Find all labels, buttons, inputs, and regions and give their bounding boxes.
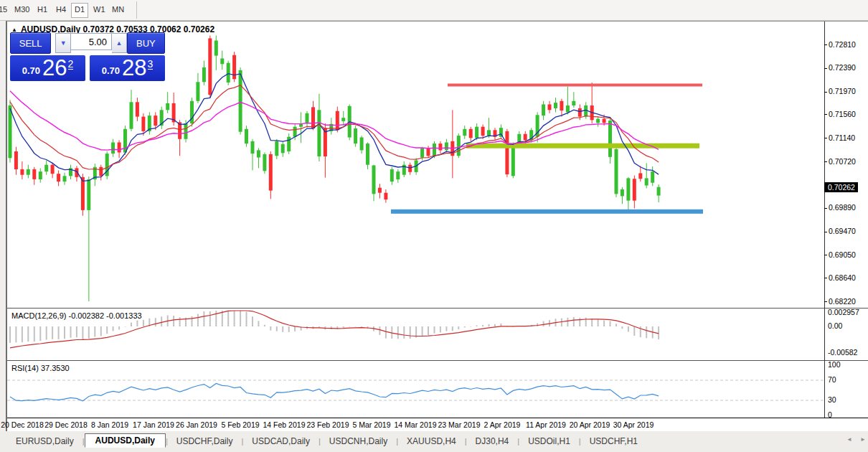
timeframe-button-w1[interactable]: W1 [90, 3, 108, 17]
chart-window[interactable]: ▲AUDUSD,Daily 0.70372 0.70533 0.70062 0.… [6, 21, 868, 432]
tab-item-usdcnh-daily[interactable]: USDCNH,Daily [321, 435, 396, 448]
tab-item-dj30-h4[interactable]: DJ30,H4 [467, 435, 518, 448]
date-axis-label: 23 Feb 2019 [307, 420, 349, 429]
date-axis-label: 26 Jan 2019 [176, 420, 217, 429]
rsi-axis-label: 30 [828, 395, 836, 404]
volume-up-icon[interactable]: ▲ [112, 33, 127, 53]
tab-item-audusd-daily[interactable]: AUDUSD,Daily [85, 433, 166, 448]
rsi-axis-label: 70 [828, 375, 836, 384]
timeframe-button-h1[interactable]: H1 [34, 3, 50, 17]
one-click-trading-panel: SELL ▼ ▲ BUY 0.70 26 2 0.70 28 3 [10, 32, 165, 81]
price-axis-label: 0.71970 [829, 87, 856, 95]
price-axis-tick [824, 138, 827, 138]
rsi-canvas[interactable] [7, 362, 824, 418]
date-axis-label: 29 Dec 2018 [44, 420, 88, 429]
timeframe-toolbar: 15M30H1H4D1W1MN [0, 0, 868, 21]
tab-item-xauusd-h4[interactable]: XAUUSD,H4 [398, 435, 465, 448]
sell-price-big: 26 [42, 57, 67, 79]
price-axis-tick [824, 278, 827, 278]
tab-scroll-left-icon[interactable]: ◄ [846, 436, 852, 443]
mt4-window: 15M30H1H4D1W1MN ▲AUDUSD,Daily 0.70372 0.… [0, 0, 868, 452]
price-axis-label: 0.69890 [829, 203, 856, 212]
timeframe-button-mn[interactable]: MN [109, 3, 127, 17]
date-axis-label: 30 Apr 2019 [613, 420, 654, 429]
sell-price-sup: 2 [68, 59, 74, 70]
date-axis-label: 17 Jan 2019 [133, 420, 174, 429]
price-axis-tick [824, 232, 827, 232]
rsi-label: RSI(14) 37.3530 [11, 364, 70, 372]
macd-axis-label: 0.002957 [828, 308, 859, 316]
price-axis-tick [824, 301, 827, 302]
price-axis-label: 0.69050 [829, 250, 856, 259]
date-axis-label: 2 Apr 2019 [484, 420, 521, 429]
tab-bar: EURUSD,Daily|AUDUSD,Daily|USDCHF,Daily|U… [7, 433, 646, 449]
price-axis-tick [824, 92, 827, 93]
tab-scroll-right-icon[interactable]: ► [860, 436, 866, 443]
pane-divider [7, 360, 868, 361]
price-axis-label: 0.68640 [829, 273, 856, 282]
toolbar-separator [136, 1, 137, 19]
price-axis-divider [824, 22, 825, 418]
sell-price-prefix: 0.70 [22, 65, 40, 76]
price-axis-label: 0.68220 [829, 297, 856, 306]
price-axis-label: 0.72390 [829, 63, 856, 72]
timeframe-button-h4[interactable]: H4 [53, 3, 69, 17]
buy-price-sup: 3 [148, 59, 154, 70]
price-axis-label: 0.72810 [829, 40, 856, 49]
date-axis-label: 5 Feb 2019 [221, 420, 259, 429]
price-axis-tick [824, 68, 827, 69]
sell-price-button[interactable]: 0.70 26 2 [10, 55, 85, 81]
timeframe-button-m30[interactable]: M30 [11, 3, 32, 17]
price-axis-label: 0.71560 [829, 110, 856, 118]
price-axis-label: 0.71140 [829, 133, 855, 142]
sell-button[interactable]: SELL [10, 32, 51, 54]
volume-dropdown-icon[interactable]: ▼ [55, 33, 71, 53]
macd-axis-label: -0.00582 [828, 348, 857, 357]
price-axis-tick [824, 114, 827, 115]
date-axis-label: 23 Mar 2019 [438, 420, 481, 429]
date-axis-label: 8 Jan 2019 [91, 420, 128, 429]
macd-label: MACD(12,26,9) -0.002382 -0.001333 [11, 311, 142, 320]
volume-input[interactable] [71, 33, 112, 50]
date-axis-label: 11 Apr 2019 [526, 420, 566, 429]
buy-button[interactable]: BUY [127, 32, 165, 54]
date-axis-label: 20 Apr 2019 [570, 420, 610, 429]
price-axis-tick [824, 44, 827, 45]
chart-tab-strip: EURUSD,Daily|AUDUSD,Daily|USDCHF,Daily|U… [0, 431, 868, 452]
price-axis-tick [824, 208, 827, 209]
date-axis-label: 20 Dec 2018 [1, 420, 44, 429]
date-axis-label: 14 Mar 2019 [395, 420, 437, 429]
price-axis-label: 0.69470 [829, 227, 856, 235]
timeframe-button-15[interactable]: 15 [0, 3, 10, 17]
timeframe-button-d1[interactable]: D1 [71, 3, 88, 18]
date-axis-label: 5 Mar 2019 [352, 420, 390, 429]
buy-price-button[interactable]: 0.70 28 3 [90, 55, 165, 81]
current-price-tag: 0.70262 [824, 182, 858, 192]
pane-divider [7, 308, 868, 309]
price-axis-label: 0.70720 [829, 157, 856, 166]
buy-price-prefix: 0.70 [102, 65, 120, 76]
tab-item-usdoil-h1[interactable]: USDOil,H1 [519, 435, 579, 448]
rsi-axis-label: 100 [828, 360, 841, 369]
price-axis-tick [824, 161, 827, 162]
axis-top-border [7, 418, 868, 418]
tab-item-eurusd-daily[interactable]: EURUSD,Daily [7, 435, 82, 448]
buy-price-big: 28 [122, 57, 146, 79]
macd-axis-label: 0.00 [828, 321, 842, 330]
tab-item-usdchf-daily[interactable]: USDCHF,Daily [168, 435, 242, 448]
tab-item-usdchf-h1[interactable]: USDCHF,H1 [581, 435, 646, 448]
rsi-axis-label: 0 [828, 410, 832, 419]
price-axis-tick [824, 255, 827, 255]
date-axis-label: 14 Feb 2019 [263, 420, 306, 429]
tab-item-usdcad-daily[interactable]: USDCAD,Daily [243, 435, 319, 448]
